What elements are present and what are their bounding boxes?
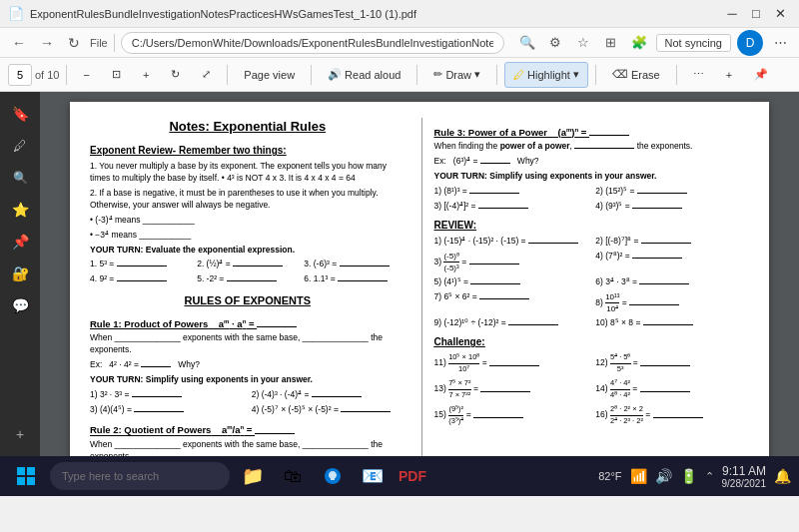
account-avatar[interactable]: D xyxy=(737,30,763,56)
your-turn-1: YOUR TURN: Evaluate the exponential expr… xyxy=(90,245,405,257)
rule3-p3: 3) [(-4)⁴]² = xyxy=(434,201,588,213)
favorites-icon[interactable]: ☆ xyxy=(572,32,594,54)
problem-1-3: 3. (-6)³ = xyxy=(304,259,404,270)
highlight-button[interactable]: 🖊 Highlight ▾ xyxy=(504,62,588,88)
pdf-container[interactable]: Notes: Exponential Rules Exponent Review… xyxy=(40,92,799,456)
svg-rect-3 xyxy=(27,477,35,485)
read-aloud-label: Read aloud xyxy=(345,69,400,81)
sidebar-comment-icon[interactable]: 💬 xyxy=(6,291,34,319)
rule2-when: When ______________ exponents with the s… xyxy=(90,439,405,456)
page-number-input[interactable] xyxy=(8,64,32,86)
separator6 xyxy=(595,65,596,85)
url-bar: ← → ↻ File 🔍 ⚙ ☆ ⊞ 🧩 Not syncing D ⋯ xyxy=(0,28,799,58)
review-p10: 10) 8⁵ × 8 = xyxy=(595,317,749,329)
clock[interactable]: 9:11 AM 9/28/2021 xyxy=(722,464,767,489)
taskbar-pdf-icon[interactable]: PDF xyxy=(396,459,429,493)
fit-page-button[interactable]: ⊡ xyxy=(103,62,130,88)
minimize-button[interactable]: ─ xyxy=(721,4,743,24)
wifi-icon[interactable]: 📶 xyxy=(630,468,647,484)
sidebar-annotations-icon[interactable]: 🖊 xyxy=(6,132,34,160)
maximize-button[interactable]: □ xyxy=(745,4,767,24)
pdf-page: Notes: Exponential Rules Exponent Review… xyxy=(70,102,769,456)
section1-title: Exponent Review- Remember two things: xyxy=(90,144,405,158)
svg-rect-2 xyxy=(17,477,25,485)
battery-icon[interactable]: 🔋 xyxy=(680,468,697,484)
rule3-ex: Ex: (6³)⁴ = Why? xyxy=(434,156,750,168)
separator4 xyxy=(416,65,417,85)
erase-button[interactable]: ⌫ Erase xyxy=(603,62,669,88)
start-button[interactable] xyxy=(8,458,44,494)
erase-label: Erase xyxy=(631,69,660,81)
rule1-title: Rule 1: Product of Powers am · an = xyxy=(90,317,405,330)
rule1-p2: 2) (-4)³ · (-4)⁴ = xyxy=(252,389,405,401)
ch-p16: 16) 2⁸ · 2² × 22⁴ · 2³ · 2² = xyxy=(595,404,749,426)
titlebar-left: 📄 ExponentRulesBundleInvestigationNotesP… xyxy=(8,6,416,21)
notification-icon[interactable]: 🔔 xyxy=(774,468,791,484)
taskbar-right: 82°F 📶 🔊 🔋 ⌃ 9:11 AM 9/28/2021 🔔 xyxy=(598,464,791,489)
rule1-p1: 1) 3² · 3³ = xyxy=(90,389,244,401)
rule1-ex: Ex: 4² · 4² = Why? xyxy=(90,359,405,371)
rule2-title: Rule 2: Quotient of Powers am/an = xyxy=(90,423,405,436)
sync-button[interactable]: Not syncing xyxy=(656,34,731,52)
taskbar-mail-icon[interactable]: 📧 xyxy=(356,459,390,493)
page-view-button[interactable]: Page view xyxy=(235,62,304,88)
taskbar-store-icon[interactable]: 🛍 xyxy=(276,459,310,493)
pdf-left-column: Notes: Exponential Rules Exponent Review… xyxy=(90,118,405,456)
view-toolbar: of 10 − ⊡ + ↻ ⤢ Page view 🔊 Read aloud ✏… xyxy=(0,58,799,92)
svg-rect-1 xyxy=(27,467,35,475)
problem-1-4: 4. 9² = xyxy=(90,273,191,285)
page-controls: of 10 xyxy=(8,64,59,86)
file-label: File xyxy=(90,37,108,49)
rule3-problems: 1) (8¹)³ = 2) (15²)⁵ = 3) [(-4)⁴]² = 4) … xyxy=(434,186,750,213)
draw-button[interactable]: ✏ Draw ▾ xyxy=(424,62,489,88)
url-input[interactable] xyxy=(121,32,504,54)
up-arrow-icon[interactable]: ⌃ xyxy=(705,470,714,483)
zoom-out-button[interactable]: − xyxy=(74,62,98,88)
volume-icon[interactable]: 🔊 xyxy=(655,468,672,484)
rule3-p2: 2) (15²)⁵ = xyxy=(595,186,749,198)
sidebar-bookmarks-icon[interactable]: 🔖 xyxy=(6,100,34,128)
more-tools-button[interactable]: ⋯ xyxy=(684,62,713,88)
window-title: ExponentRulesBundleInvestigationNotesPra… xyxy=(30,8,416,20)
zoom-in-button[interactable]: + xyxy=(134,62,158,88)
extensions-icon[interactable]: 🧩 xyxy=(628,32,650,54)
separator xyxy=(66,65,67,85)
refresh-button[interactable]: ↻ xyxy=(64,33,84,53)
sidebar-search-icon[interactable]: 🔍 xyxy=(6,164,34,192)
rule1-when: When ______________ exponents with the s… xyxy=(90,332,405,356)
problem-1-6: 6. 1.1³ = xyxy=(304,273,404,285)
taskbar-explorer-icon[interactable]: 📁 xyxy=(236,459,270,493)
pdf-right-column: Rule 3: Power of a Power (am)n = When fi… xyxy=(421,118,750,456)
taskbar-edge-icon[interactable] xyxy=(316,459,350,493)
forward-button[interactable]: → xyxy=(36,33,58,53)
read-aloud-button[interactable]: 🔊 Read aloud xyxy=(319,62,409,88)
fit-icon: ⊡ xyxy=(112,68,121,81)
review-p5: 5) (4¹)⁵ = xyxy=(434,276,588,288)
settings-icon[interactable]: ⚙ xyxy=(544,32,566,54)
add-button[interactable]: + xyxy=(717,62,741,88)
problem-1-5: 5. -2² = xyxy=(197,273,298,285)
collections-icon[interactable]: ⊞ xyxy=(600,32,622,54)
taskbar: 📁 🛍 📧 PDF 82°F 📶 🔊 🔋 ⌃ 9:11 AM 9/28/2021… xyxy=(0,456,799,496)
titlebar-controls: ─ □ ✕ xyxy=(721,4,791,24)
search-icon[interactable]: 🔍 xyxy=(516,32,538,54)
rotate-button[interactable]: ↻ xyxy=(162,62,189,88)
sidebar-add-icon[interactable]: + xyxy=(6,420,34,448)
fullscreen-button[interactable]: ⤢ xyxy=(193,62,220,88)
separator3 xyxy=(311,65,312,85)
read-aloud-icon: 🔊 xyxy=(328,68,342,81)
bullet2-text: • −3⁴ means ___________ xyxy=(90,230,405,242)
erase-icon: ⌫ xyxy=(612,68,628,81)
pin-button[interactable]: 📌 xyxy=(745,62,777,88)
close-button[interactable]: ✕ xyxy=(769,4,791,24)
more-options-icon[interactable]: ⋯ xyxy=(769,32,791,54)
search-input[interactable] xyxy=(50,462,230,490)
review-p9: 9) (-12)¹⁰ ÷ (-12)² = xyxy=(434,317,588,329)
temperature-display: 82°F xyxy=(598,470,621,482)
sidebar-pin-icon[interactable]: 📌 xyxy=(6,228,34,256)
sidebar-lock-icon[interactable]: 🔐 xyxy=(6,260,34,287)
back-button[interactable]: ← xyxy=(8,33,30,53)
rules-header: RULES OF EXPONENTS xyxy=(90,293,405,308)
sidebar-favorites-icon[interactable]: ⭐ xyxy=(6,196,34,224)
zoom-out-icon: − xyxy=(83,69,89,81)
